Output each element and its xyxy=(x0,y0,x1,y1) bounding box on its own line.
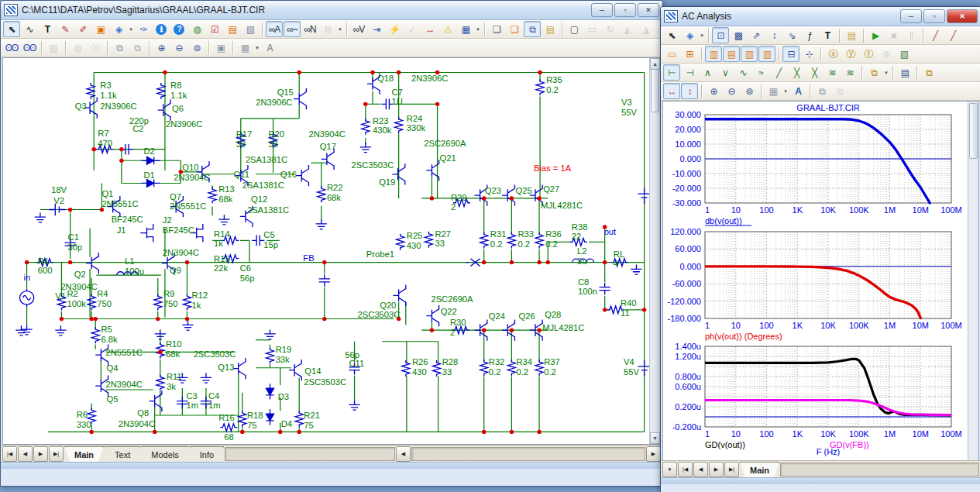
grid-toggle-icon[interactable]: ▦ xyxy=(457,21,474,37)
text-page-icon[interactable]: ❏ xyxy=(506,21,523,37)
tab-models[interactable]: Models xyxy=(141,446,188,462)
crosshair-mode-icon[interactable]: ⊹ xyxy=(800,46,817,62)
plot-3[interactable]: 1.400u1.200u0.800u0.600u0.200u-0.200u110… xyxy=(663,342,979,459)
plot-2[interactable]: 120.00060.0000.000-60.000-120.000-180.00… xyxy=(663,227,979,342)
vertical-cursor-icon[interactable]: ↕ xyxy=(681,83,698,99)
schematic-vscrollbar[interactable]: ▲ ▼ xyxy=(649,58,660,444)
show-pin-connections-icon[interactable]: ↔ xyxy=(421,21,438,37)
flag-tool-icon[interactable]: ✑ xyxy=(135,21,152,37)
plot-1[interactable]: 30.00020.00010.0000.000-10.000-20.000-30… xyxy=(663,101,979,227)
grid-toggle-dropdown-icon[interactable]: ▾ xyxy=(475,26,481,33)
reduce-data-points-2-icon[interactable]: ╱ xyxy=(944,27,961,43)
tab-list-dropdown[interactable]: ▾ xyxy=(662,462,677,477)
properties-button-icon[interactable]: ▤ xyxy=(843,27,860,43)
find-next-icon[interactable]: ʘʘ xyxy=(21,40,38,56)
single-plot-icon[interactable]: ⊟ xyxy=(782,46,799,62)
browse-web-icon[interactable]: ◍ xyxy=(188,21,205,37)
first-tab-button[interactable]: |◀ xyxy=(2,446,17,462)
show-currents-icon[interactable]: ⇥ xyxy=(368,21,385,37)
copy-picture-dropdown-icon[interactable]: ▾ xyxy=(337,26,343,33)
schematic-titlebar[interactable]: C:\MC11\DATA\Petrov\Sagittarius\GRAAL\GR… xyxy=(1,1,662,20)
prev-tab-button[interactable]: ◀ xyxy=(693,462,708,477)
find-button-icon[interactable]: ʘʘ xyxy=(3,40,20,56)
component-picker-icon[interactable]: ◈ xyxy=(681,27,698,43)
go-to-peak-icon[interactable]: ∧ xyxy=(699,64,716,81)
scale-mode-icon[interactable]: ⊡ xyxy=(712,27,729,43)
legend-db(v(out))[interactable]: db(v(out)) xyxy=(705,216,742,225)
component-picker-icon[interactable]: ◈ xyxy=(110,21,127,37)
edit-curve-icon[interactable]: ▧ xyxy=(896,46,913,62)
tab-main[interactable]: Main xyxy=(64,446,104,462)
bus-tool-icon[interactable]: ▣ xyxy=(92,21,109,37)
snapshot-icon[interactable]: ▣ xyxy=(212,40,229,56)
envelope-top-icon[interactable]: ≋ xyxy=(824,64,841,81)
component-picker-dropdown-icon[interactable]: ▾ xyxy=(699,33,705,39)
go-to-high-icon[interactable]: ∿ xyxy=(734,64,751,81)
text-mode-icon[interactable]: T xyxy=(39,21,56,37)
analysis-minimize-button[interactable]: ─ xyxy=(900,9,922,23)
hscroll-left-icon[interactable]: ◀ xyxy=(396,446,411,462)
cursor-left-icon[interactable]: ⊢ xyxy=(663,64,680,81)
component-sheet-icon[interactable]: ▤ xyxy=(224,21,241,37)
plot-vscrollbar[interactable] xyxy=(968,101,978,460)
view-options-icon[interactable]: ▦ xyxy=(765,83,782,99)
go-to-slope-icon[interactable]: ╱ xyxy=(770,64,787,81)
view-options-icon[interactable]: ▦ xyxy=(236,40,253,56)
legend-GD(v(out))[interactable]: GD(v(out)) xyxy=(705,440,745,449)
component-picker-dropdown-icon[interactable]: ▾ xyxy=(128,26,134,33)
line-tool-icon[interactable]: ✎ xyxy=(57,21,74,37)
polygon-tool-icon[interactable]: ✐ xyxy=(74,21,91,37)
select-tool-icon[interactable]: ⬉ xyxy=(663,27,680,43)
new-page-icon[interactable]: ❏ xyxy=(488,21,505,37)
wire-mode-icon[interactable]: ∿ xyxy=(21,21,38,37)
go-to-low-icon[interactable]: ≈ xyxy=(752,64,769,81)
plot-layout-1-icon[interactable]: ▥ xyxy=(705,46,722,62)
model-check-icon[interactable]: ☑ xyxy=(206,21,223,37)
scroll-up-icon[interactable]: ▲ xyxy=(650,58,660,70)
show-attribute-text-icon[interactable]: ∞A xyxy=(266,21,283,37)
prev-tab-button[interactable]: ◀ xyxy=(18,446,33,462)
schematic-canvas[interactable]: R31.1kR81.1kQ32N3906CQ6220pC22N3906CR747… xyxy=(2,57,661,445)
go-to-valley-icon[interactable]: ∨ xyxy=(717,64,734,81)
zoom-out-icon[interactable]: ⊖ xyxy=(170,40,187,56)
next-tab-button[interactable]: ▶ xyxy=(709,462,724,477)
cascade-1-icon[interactable]: ⧉ xyxy=(813,83,830,99)
clipboard-values-icon[interactable]: ⧉ xyxy=(920,64,937,81)
go-to-crossing-icon[interactable]: ╳ xyxy=(788,64,805,81)
view-options-dropdown-icon[interactable]: ▾ xyxy=(254,45,260,51)
plot-vscroll-thumb[interactable] xyxy=(969,103,978,159)
analysis-close-button[interactable]: ✕ xyxy=(947,9,978,23)
envelope-bottom-icon[interactable]: ≋ xyxy=(841,64,858,81)
page-properties-icon[interactable]: ▤ xyxy=(542,21,559,37)
hscroll-track[interactable] xyxy=(225,447,395,461)
show-power-icon[interactable]: ⚡ xyxy=(386,21,403,37)
send-to-back-icon[interactable]: ⧉ xyxy=(129,40,146,56)
numeric-output-icon[interactable]: ▤ xyxy=(896,64,913,81)
plot-layout-4-icon[interactable]: ▥ xyxy=(758,46,775,62)
plot-layout-2-icon[interactable]: ▤ xyxy=(723,46,740,62)
add-frame-icon[interactable]: ⊞ xyxy=(681,46,698,62)
next-tab-button[interactable]: ▶ xyxy=(33,446,48,462)
first-tab-button[interactable]: |◀ xyxy=(678,462,693,477)
text-mode-icon[interactable]: T xyxy=(819,27,836,43)
component-labels[interactable]: R31.1kR81.1kQ32N3906CQ6220pC22N3906CR747… xyxy=(24,74,640,442)
horizontal-cursor-icon[interactable]: ↔ xyxy=(663,83,680,99)
cursor-mode-icon[interactable]: ▩ xyxy=(730,27,747,43)
hscroll-right-icon[interactable]: ▶ xyxy=(646,446,661,462)
clipboard-copy-icon[interactable]: ⧉ xyxy=(865,64,882,81)
x-axis-settings-icon[interactable]: ⓧ xyxy=(824,46,841,62)
fx-settings-icon[interactable]: ⓕ xyxy=(860,46,877,62)
zoom-100-icon[interactable]: ⊚ xyxy=(188,40,205,56)
view-options-dropdown-icon[interactable]: ▾ xyxy=(782,88,789,95)
doc-edit-icon[interactable]: ▧ xyxy=(242,21,259,37)
zoom-in-icon[interactable]: ⊕ xyxy=(153,40,170,56)
legend-ph(v(out)) (Degrees)[interactable]: ph(v(out)) (Degrees) xyxy=(705,332,782,341)
show-warnings-icon[interactable]: ⚠ xyxy=(439,21,456,37)
tab-main[interactable]: Main xyxy=(740,462,779,477)
reduce-data-points-icon[interactable]: ╱ xyxy=(927,27,944,43)
hscroll-track[interactable] xyxy=(780,463,979,477)
run-button-icon[interactable]: ▶ xyxy=(867,27,884,43)
zoom-in-icon[interactable]: ⊕ xyxy=(705,83,722,99)
scroll-down-icon[interactable]: ▼ xyxy=(650,432,660,444)
zoom-100-icon[interactable]: ⊚ xyxy=(741,83,758,99)
